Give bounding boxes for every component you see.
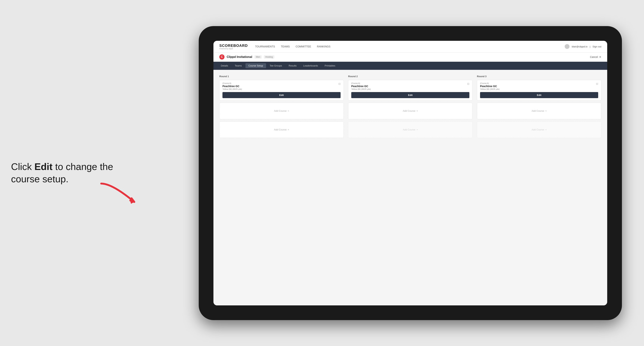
round-2-course-name: Peachtree GC xyxy=(351,85,470,88)
round-3-edit-button[interactable]: Edit xyxy=(480,92,598,98)
logo-sub: Powered by clippd xyxy=(219,48,248,50)
cancel-button[interactable]: Cancel ✕ xyxy=(590,55,601,58)
instruction-part1: Click xyxy=(11,161,34,172)
nav-links: TOURNAMENTS TEAMS COMMITTEE RANKINGS xyxy=(255,45,565,48)
round-1-add-course-2[interactable]: Add Course + xyxy=(219,122,344,138)
add-course-plus-icon: + xyxy=(546,128,547,131)
tab-leaderboards[interactable]: Leaderboards xyxy=(300,63,321,68)
cancel-icon: ✕ xyxy=(599,55,601,58)
separator: | xyxy=(590,45,590,48)
round-3-course-tag: (Course A) xyxy=(480,82,598,84)
round-2-course-card: ⊡ (Course A) Peachtree GC Yellow (M) (66… xyxy=(348,80,472,101)
round-1-edit-button[interactable]: Edit xyxy=(222,92,340,98)
tab-teams[interactable]: Teams xyxy=(232,63,245,68)
instruction-text: Click Edit to change the course setup. xyxy=(11,161,114,185)
round-2-edit-button[interactable]: Edit xyxy=(351,92,470,98)
round-2-delete-icon[interactable]: ⊡ xyxy=(466,82,470,86)
tournament-name: Clippd Invitational xyxy=(227,55,252,59)
nav-user: blair@clippd.io | Sign out xyxy=(565,44,601,49)
logo-main: SCOREBOARD xyxy=(219,43,248,48)
sign-out-link[interactable]: Sign out xyxy=(592,45,601,48)
round-3-column: Round 3 ⊡ (Course A) Peachtree GC Yellow… xyxy=(477,75,601,140)
user-email: blair@clippd.io xyxy=(572,45,587,48)
add-course-plus-icon: + xyxy=(546,110,547,112)
round-3-course-card: ⊡ (Course A) Peachtree GC Yellow (M) (66… xyxy=(477,80,601,101)
nav-committee[interactable]: COMMITTEE xyxy=(296,45,311,48)
add-course-label: Add Course xyxy=(532,110,544,112)
round-1-delete-icon[interactable]: ⊡ xyxy=(338,82,341,86)
sub-header-left: C Clippd Invitational Men Hosting xyxy=(219,54,274,59)
scoreboard-logo: SCOREBOARD Powered by clippd xyxy=(219,43,248,50)
round-3-course-details: Yellow (M) (6629 yds) xyxy=(480,88,598,90)
nav-teams[interactable]: TEAMS xyxy=(281,45,290,48)
round-2-course-details: Yellow (M) (6629 yds) xyxy=(351,88,470,90)
nav-rankings[interactable]: RANKINGS xyxy=(317,45,330,48)
add-course-label: Add Course xyxy=(274,110,287,112)
tab-details[interactable]: Details xyxy=(218,63,231,68)
add-course-label: Add Course xyxy=(274,128,287,131)
round-2-add-course-2: Add Course + xyxy=(348,122,472,138)
instruction-bold: Edit xyxy=(34,161,52,172)
round-3-add-course-1[interactable]: Add Course + xyxy=(477,103,601,119)
round-1-course-card: ⊡ (Course A) Peachtree GC Yellow (M) (66… xyxy=(219,80,344,101)
add-course-label: Add Course xyxy=(403,110,416,112)
tabs-bar: Details Teams Course Setup Tee Groups Re… xyxy=(214,62,607,70)
clippd-icon: C xyxy=(219,54,224,59)
cancel-label: Cancel xyxy=(590,55,598,58)
rounds-grid: Round 1 ⊡ (Course A) Peachtree GC Yellow… xyxy=(219,75,601,140)
svg-marker-0 xyxy=(130,199,134,204)
tab-tee-groups[interactable]: Tee Groups xyxy=(267,63,285,68)
round-1-label: Round 1 xyxy=(219,75,344,78)
tablet-screen: SCOREBOARD Powered by clippd TOURNAMENTS… xyxy=(214,41,607,305)
sub-header: C Clippd Invitational Men Hosting Cancel… xyxy=(214,53,607,62)
add-course-label: Add Course xyxy=(403,128,416,131)
add-course-plus-icon: + xyxy=(288,110,289,112)
round-2-add-course-1[interactable]: Add Course + xyxy=(348,103,472,119)
tournament-status: Hosting xyxy=(264,55,274,59)
add-course-plus-icon: + xyxy=(288,128,289,131)
tab-results[interactable]: Results xyxy=(286,63,300,68)
round-2-label: Round 2 xyxy=(348,75,472,78)
round-2-column: Round 2 ⊡ (Course A) Peachtree GC Yellow… xyxy=(348,75,472,140)
main-content: Round 1 ⊡ (Course A) Peachtree GC Yellow… xyxy=(214,70,607,305)
round-1-column: Round 1 ⊡ (Course A) Peachtree GC Yellow… xyxy=(219,75,344,140)
tab-printables[interactable]: Printables xyxy=(322,63,338,68)
add-course-plus-icon: + xyxy=(416,110,418,112)
user-avatar xyxy=(565,44,570,49)
tournament-badge: Men xyxy=(254,55,262,59)
round-3-label: Round 3 xyxy=(477,75,601,78)
top-nav: SCOREBOARD Powered by clippd TOURNAMENTS… xyxy=(214,41,607,53)
add-course-label: Add Course xyxy=(532,128,544,131)
round-1-course-details: Yellow (M) (6629 yds) xyxy=(222,88,340,90)
round-2-course-tag: (Course A) xyxy=(351,82,470,84)
round-1-course-name: Peachtree GC xyxy=(222,85,340,88)
add-course-plus-icon: + xyxy=(416,128,418,131)
round-3-delete-icon[interactable]: ⊡ xyxy=(595,82,599,86)
tab-course-setup[interactable]: Course Setup xyxy=(246,63,266,68)
round-1-add-course-1[interactable]: Add Course + xyxy=(219,103,344,119)
tablet-frame: SCOREBOARD Powered by clippd TOURNAMENTS… xyxy=(199,26,622,320)
round-1-course-tag: (Course A) xyxy=(222,82,340,84)
round-3-course-name: Peachtree GC xyxy=(480,85,598,88)
round-3-add-course-2: Add Course + xyxy=(477,122,601,138)
nav-tournaments[interactable]: TOURNAMENTS xyxy=(255,45,275,48)
